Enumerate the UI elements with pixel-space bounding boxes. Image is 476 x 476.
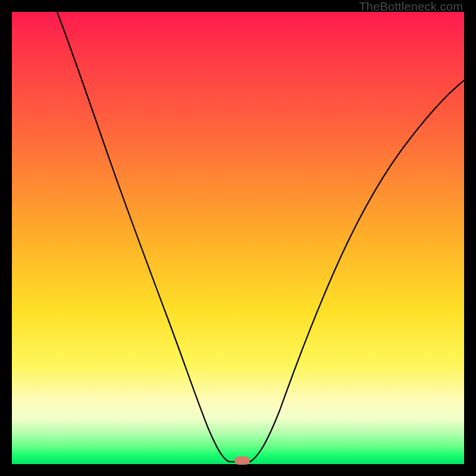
optimum-marker (234, 456, 250, 465)
plot-area (12, 12, 464, 464)
bottleneck-curve-svg (12, 12, 464, 464)
watermark-text: TheBottleneck.com (359, 0, 463, 14)
chart-frame: TheBottleneck.com (0, 0, 476, 476)
bottleneck-curve (57, 12, 464, 462)
